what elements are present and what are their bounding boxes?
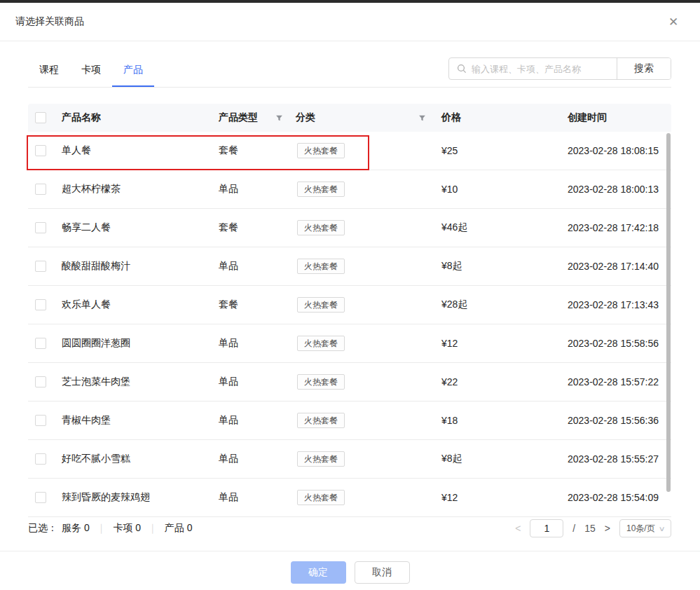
separator: ｜	[94, 522, 109, 535]
product-type: 单品	[219, 402, 296, 439]
row-checkbox-cell	[28, 209, 62, 247]
table-row[interactable]: 超大杯柠檬茶 单品 火热套餐 ¥10 2023-02-28 18:00:13	[28, 170, 671, 209]
close-button[interactable]: ✕	[659, 3, 687, 41]
category-tag: 火热套餐	[297, 490, 345, 505]
table-row[interactable]: 单人餐 套餐 火热套餐 ¥25 2023-02-28 18:08:15	[28, 132, 671, 170]
created-time: 2023-02-28 17:13:43	[568, 286, 671, 324]
table-row[interactable]: 圆圆圈圈洋葱圈 单品 火热套餐 ¥12 2023-02-28 15:58:56	[28, 324, 671, 363]
vertical-scrollbar-thumb[interactable]	[666, 133, 671, 492]
toolbar: 课程 卡项 产品 搜索	[28, 42, 671, 88]
product-price: ¥10	[441, 170, 568, 208]
selection-item-cards: 卡项 0	[113, 522, 141, 535]
tab-products[interactable]: 产品	[112, 42, 154, 87]
footer-divider	[0, 551, 700, 551]
row-checkbox[interactable]	[35, 299, 46, 310]
product-type: 单品	[219, 324, 296, 362]
table-body: 单人餐 套餐 火热套餐 ¥25 2023-02-28 18:08:15 超大杯柠…	[28, 132, 671, 517]
row-checkbox-cell	[28, 324, 62, 362]
product-type: 单品	[219, 479, 296, 516]
created-time: 2023-02-28 15:55:27	[568, 440, 671, 478]
table-row[interactable]: 畅享二人餐 套餐 火热套餐 ¥46起 2023-02-28 17:42:18	[28, 209, 671, 247]
category-tag: 火热套餐	[297, 220, 345, 235]
next-page-icon[interactable]: >	[605, 523, 610, 534]
row-checkbox[interactable]	[35, 338, 46, 349]
table-row[interactable]: 芝士泡菜牛肉堡 单品 火热套餐 ¥22 2023-02-28 15:57:22	[28, 363, 671, 402]
product-price: ¥12	[441, 479, 568, 516]
created-time: 2023-02-28 15:56:36	[568, 402, 671, 439]
table-row[interactable]: 酸酸甜甜酸梅汁 单品 火热套餐 ¥8起 2023-02-28 17:14:40	[28, 247, 671, 286]
created-time: 2023-02-28 18:08:15	[568, 132, 671, 170]
row-checkbox[interactable]	[35, 376, 46, 387]
current-page-input[interactable]	[530, 519, 563, 537]
row-checkbox-cell	[28, 247, 62, 285]
table-row[interactable]: 辣到昏厥的麦辣鸡翅 单品 火热套餐 ¥12 2023-02-28 15:54:0…	[28, 479, 671, 517]
select-all-checkbox[interactable]	[35, 112, 46, 123]
product-price: ¥28起	[441, 286, 568, 324]
category-tag: 火热套餐	[297, 336, 345, 351]
products-table: 产品名称 产品类型 分类 价格 创建时间 单人餐 套餐 火热	[28, 104, 671, 517]
tab-cards[interactable]: 卡项	[70, 42, 112, 87]
category-filter-icon[interactable]	[418, 114, 426, 122]
product-name: 芝士泡菜牛肉堡	[62, 363, 219, 401]
product-type: 单品	[219, 363, 296, 401]
product-price: ¥18	[441, 402, 568, 439]
cancel-button[interactable]: 取消	[355, 561, 410, 584]
product-name: 酸酸甜甜酸梅汁	[62, 247, 219, 285]
confirm-button[interactable]: 确定	[291, 561, 346, 584]
column-header-created-time: 创建时间	[568, 111, 607, 124]
row-checkbox-cell	[28, 440, 62, 478]
row-checkbox[interactable]	[35, 261, 46, 272]
pagination: < / 15 > 10条/页 ∨	[515, 519, 671, 537]
category-tag: 火热套餐	[297, 181, 345, 197]
created-time: 2023-02-28 15:58:56	[568, 324, 671, 362]
search-input[interactable]	[472, 58, 617, 79]
product-type-filter-icon[interactable]	[275, 114, 283, 122]
modal-header: 请选择关联商品 ✕	[0, 3, 700, 41]
tab-label: 卡项	[81, 64, 101, 76]
page-size-select[interactable]: 10条/页 ∨	[619, 519, 671, 537]
column-header-product-name: 产品名称	[62, 111, 101, 124]
header-checkbox-cell	[28, 104, 62, 132]
table-row[interactable]: 好吃不腻小雪糕 单品 火热套餐 ¥8起 2023-02-28 15:55:27	[28, 440, 671, 479]
action-buttons: 确定 取消	[0, 561, 700, 584]
column-header-price: 价格	[441, 111, 461, 124]
previous-page-icon[interactable]: <	[515, 523, 521, 534]
product-name: 畅享二人餐	[62, 209, 219, 247]
close-icon: ✕	[668, 15, 678, 29]
product-price: ¥46起	[441, 209, 568, 247]
product-type: 单品	[219, 247, 296, 285]
page-separator: /	[572, 523, 575, 534]
created-time: 2023-02-28 15:57:22	[568, 363, 671, 401]
product-type: 套餐	[219, 286, 296, 324]
product-type: 单品	[219, 170, 296, 208]
row-checkbox[interactable]	[35, 145, 46, 156]
product-price: ¥25	[441, 132, 568, 170]
product-type: 套餐	[219, 209, 296, 247]
row-checkbox[interactable]	[35, 184, 46, 195]
created-time: 2023-02-28 18:00:13	[568, 170, 671, 208]
tab-label: 产品	[123, 64, 143, 76]
table-row[interactable]: 欢乐单人餐 套餐 火热套餐 ¥28起 2023-02-28 17:13:43	[28, 286, 671, 324]
modal-title: 请选择关联商品	[15, 15, 84, 28]
row-checkbox-cell	[28, 170, 62, 208]
row-checkbox[interactable]	[35, 492, 46, 503]
row-checkbox[interactable]	[35, 222, 46, 233]
search-button[interactable]: 搜索	[617, 58, 671, 79]
search-input-wrap	[449, 58, 617, 79]
category-tag: 火热套餐	[297, 143, 345, 158]
total-pages: 15	[584, 523, 596, 534]
row-checkbox[interactable]	[35, 453, 46, 465]
tab-courses[interactable]: 课程	[28, 42, 70, 87]
column-header-category: 分类	[296, 111, 315, 124]
category-tag: 火热套餐	[297, 451, 345, 467]
created-time: 2023-02-28 15:54:09	[568, 479, 671, 516]
product-name: 圆圆圈圈洋葱圈	[62, 324, 219, 362]
product-price: ¥8起	[441, 440, 568, 478]
row-checkbox-cell	[28, 402, 62, 439]
row-checkbox-cell	[28, 479, 62, 516]
product-name: 好吃不腻小雪糕	[62, 440, 219, 478]
table-header: 产品名称 产品类型 分类 价格 创建时间	[28, 104, 671, 132]
table-row[interactable]: 青椒牛肉堡 单品 火热套餐 ¥18 2023-02-28 15:56:36	[28, 402, 671, 440]
row-checkbox[interactable]	[35, 415, 46, 426]
product-price: ¥22	[441, 363, 568, 401]
